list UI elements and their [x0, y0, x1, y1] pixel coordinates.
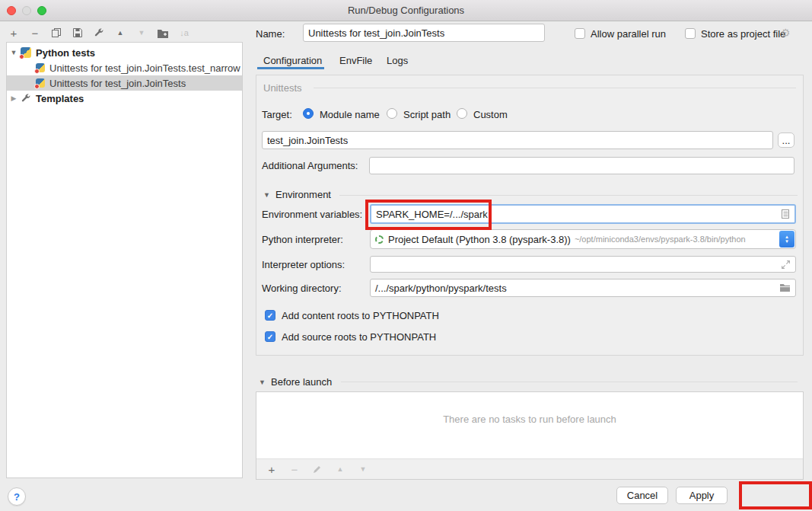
ellipsis-icon: ... [782, 135, 791, 146]
python-test-icon [36, 78, 45, 88]
allow-parallel-run-label: Allow parallel run [591, 28, 666, 40]
folder-icon[interactable] [779, 283, 791, 292]
store-as-project-file-label: Store as project file [701, 28, 785, 40]
edit-templates-button[interactable] [91, 25, 107, 40]
question-icon: ? [14, 491, 20, 503]
tree-item-templates[interactable]: ▶ Templates [7, 91, 242, 106]
python-interpreter-path: ~/opt/miniconda3/envs/pyspark-3.8/bin/py… [575, 235, 746, 244]
tab-envfile[interactable]: EnvFile [339, 55, 372, 66]
group-title-rule [314, 88, 796, 88]
working-directory-input[interactable]: /.../spark/python/pyspark/tests [370, 279, 796, 297]
run-debug-configurations-dialog: Run/Debug Configurations + − ▲ ▼ [0, 0, 812, 511]
before-launch-section-title[interactable]: Before launch [271, 376, 332, 388]
tree-item-label: Unittests for test_join.JoinTests.test_n… [49, 62, 240, 74]
working-directory-label: Working directory: [262, 283, 342, 294]
cancel-button[interactable]: Cancel [616, 487, 668, 504]
environment-variables-label: Environment variables: [262, 209, 362, 220]
sort-configurations-button[interactable]: ↓a [177, 25, 192, 40]
copy-icon [51, 27, 62, 38]
target-module-name-label[interactable]: Module name [320, 109, 380, 120]
gear-icon[interactable]: ⚙ [781, 27, 791, 39]
edit-task-button[interactable] [310, 461, 325, 477]
python-tests-icon [21, 47, 31, 58]
target-script-path-radio[interactable] [387, 108, 397, 119]
new-folder-button[interactable] [155, 25, 170, 40]
conda-env-icon [375, 235, 384, 244]
add-source-roots-checkbox[interactable]: ✓ [265, 331, 275, 342]
tree-item-label: Python tests [36, 47, 95, 59]
check-icon: ✓ [267, 333, 273, 341]
move-task-up-button[interactable]: ▲ [333, 461, 348, 477]
environment-section-title[interactable]: Environment [275, 189, 331, 200]
move-task-down-button[interactable]: ▼ [355, 461, 371, 477]
combo-arrows-icon[interactable]: ▲ ▼ [779, 231, 794, 248]
add-content-roots-label[interactable]: Add content roots to PYTHONPATH [282, 310, 439, 321]
interpreter-options-label: Interpreter options: [262, 259, 345, 270]
save-configuration-button[interactable] [70, 25, 85, 40]
help-button[interactable]: ? [8, 487, 26, 506]
add-folder-icon [157, 28, 169, 38]
environment-variables-input[interactable]: SPARK_HOME=/.../spark [370, 204, 796, 224]
pencil-icon [313, 465, 322, 474]
python-test-icon [36, 63, 45, 72]
unittests-group-title: Unittests [263, 82, 302, 94]
target-label: Target: [262, 109, 292, 120]
interpreter-options-input[interactable] [370, 256, 796, 273]
tab-configuration[interactable]: Configuration [263, 55, 322, 66]
tree-item-label: Templates [36, 93, 84, 104]
allow-parallel-run-checkbox[interactable] [575, 28, 585, 39]
add-task-button[interactable]: + [264, 461, 279, 477]
before-launch-rule [341, 382, 798, 382]
copy-configuration-button[interactable] [49, 25, 64, 40]
name-input[interactable]: Unittests for test_join.JoinTests [303, 24, 545, 42]
active-tab-indicator [257, 67, 324, 69]
configurations-tree: ▼ Python tests Unittests for test_join.J… [6, 42, 243, 478]
tree-item-unittests-test-narrow[interactable]: Unittests for test_join.JoinTests.test_n… [7, 60, 242, 75]
annotation-ok-button [739, 481, 812, 509]
module-name-value: test_join.JoinTests [267, 135, 348, 146]
name-label: Name: [256, 28, 285, 40]
window-title: Run/Debug Configurations [0, 0, 812, 21]
tree-item-unittests-jointests[interactable]: Unittests for test_join.JoinTests [7, 75, 242, 91]
store-as-project-file-checkbox[interactable] [685, 28, 696, 39]
expand-collapse-icon[interactable]: ▶ [7, 94, 21, 102]
add-configuration-button[interactable]: + [6, 25, 21, 40]
environment-collapse-icon[interactable]: ▼ [263, 191, 270, 199]
target-custom-label[interactable]: Custom [473, 109, 508, 120]
additional-arguments-input[interactable] [369, 157, 794, 174]
additional-arguments-label: Additional Arguments: [262, 160, 358, 171]
python-interpreter-value: Project Default (Python 3.8 (pyspark-3.8… [388, 234, 571, 245]
target-custom-radio[interactable] [457, 108, 467, 119]
apply-button[interactable]: Apply [676, 487, 728, 504]
before-launch-task-list: There are no tasks to run before launch … [256, 391, 804, 480]
title-bar: Run/Debug Configurations [0, 0, 812, 21]
before-launch-toolbar: + − ▲ ▼ [256, 458, 803, 479]
before-launch-empty-message: There are no tasks to run before launch [256, 414, 803, 425]
target-module-name-radio[interactable] [303, 108, 314, 119]
before-launch-collapse-icon[interactable]: ▼ [259, 378, 266, 386]
python-interpreter-select[interactable]: Project Default (Python 3.8 (pyspark-3.8… [370, 229, 796, 249]
edit-variables-icon[interactable] [781, 209, 790, 219]
move-up-button[interactable]: ▲ [113, 25, 128, 40]
tab-logs[interactable]: Logs [387, 55, 408, 66]
remove-configuration-button[interactable]: − [27, 25, 43, 40]
tree-item-python-tests[interactable]: ▼ Python tests [7, 45, 242, 60]
name-value: Unittests for test_join.JoinTests [308, 27, 444, 39]
wrench-icon [94, 27, 104, 38]
environment-rule [339, 195, 798, 196]
expand-field-icon[interactable] [781, 260, 791, 270]
add-content-roots-checkbox[interactable]: ✓ [265, 310, 275, 321]
browse-module-button[interactable]: ... [778, 133, 794, 148]
remove-task-button[interactable]: − [287, 461, 302, 477]
move-down-button[interactable]: ▼ [134, 25, 149, 40]
working-directory-value: /.../spark/python/pyspark/tests [375, 283, 779, 294]
environment-variables-value: SPARK_HOME=/.../spark [376, 209, 781, 220]
python-interpreter-label: Python interpreter: [262, 234, 343, 245]
templates-wrench-icon [21, 93, 31, 104]
check-icon: ✓ [267, 311, 273, 320]
add-source-roots-label[interactable]: Add source roots to PYTHONPATH [282, 331, 436, 343]
target-script-path-label[interactable]: Script path [403, 109, 451, 120]
tree-item-label: Unittests for test_join.JoinTests [49, 78, 186, 89]
configurations-toolbar: + − ▲ ▼ ↓a [6, 24, 192, 41]
module-name-input[interactable]: test_join.JoinTests [262, 131, 773, 149]
